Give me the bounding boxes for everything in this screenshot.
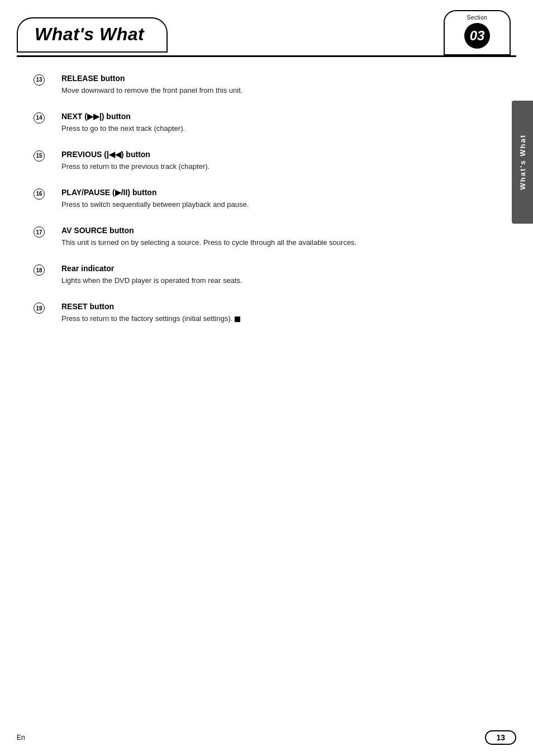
item-number-14: 14 xyxy=(34,112,61,124)
list-item: 17 AV SOURCE button This unit is turned … xyxy=(34,226,447,248)
header: What's What Section 03 xyxy=(0,0,533,55)
item-number-15: 15 xyxy=(34,150,61,162)
circle-num-14: 14 xyxy=(34,112,45,124)
footer-lang: En xyxy=(17,734,25,741)
item-content-17: AV SOURCE button This unit is turned on … xyxy=(61,226,447,248)
list-item: 14 NEXT (▶▶|) button Press to go to the … xyxy=(34,112,447,134)
circle-num-16: 16 xyxy=(34,188,45,200)
circle-num-19: 19 xyxy=(34,303,45,314)
list-item: 19 RESET button Press to return to the f… xyxy=(34,302,447,324)
list-item: 13 RELEASE button Move downward to remov… xyxy=(34,74,447,96)
item-content-15: PREVIOUS (|◀◀) button Press to return to… xyxy=(61,150,447,172)
item-desc-15: Press to return to the previous track (c… xyxy=(61,161,447,172)
section-number-badge: 03 xyxy=(464,23,490,49)
item-title-16: PLAY/PAUSE (▶/II) button xyxy=(61,188,447,197)
item-desc-18: Lights when the DVD player is operated f… xyxy=(61,275,447,286)
list-item: 15 PREVIOUS (|◀◀) button Press to return… xyxy=(34,150,447,172)
item-desc-19-text: Press to return to the factory settings … xyxy=(61,314,232,323)
item-content-13: RELEASE button Move downward to remove t… xyxy=(61,74,447,96)
stop-icon xyxy=(235,316,240,322)
list-item: 16 PLAY/PAUSE (▶/II) button Press to swi… xyxy=(34,188,447,210)
title-tab: What's What xyxy=(17,17,168,53)
circle-num-17: 17 xyxy=(34,226,45,238)
item-content-14: NEXT (▶▶|) button Press to go to the nex… xyxy=(61,112,447,134)
item-content-18: Rear indicator Lights when the DVD playe… xyxy=(61,264,447,286)
side-tab-text: What's What xyxy=(518,134,527,190)
item-desc-14: Press to go to the next track (chapter). xyxy=(61,123,447,134)
item-title-15: PREVIOUS (|◀◀) button xyxy=(61,150,447,159)
item-title-13: RELEASE button xyxy=(61,74,447,83)
item-desc-17: This unit is turned on by selecting a so… xyxy=(61,237,447,248)
list-item: 18 Rear indicator Lights when the DVD pl… xyxy=(34,264,447,286)
item-desc-16: Press to switch sequentially between pla… xyxy=(61,199,447,210)
item-content-16: PLAY/PAUSE (▶/II) button Press to switch… xyxy=(61,188,447,210)
item-title-17: AV SOURCE button xyxy=(61,226,447,235)
item-number-13: 13 xyxy=(34,74,61,86)
header-right: Section 03 xyxy=(168,10,516,55)
item-title-18: Rear indicator xyxy=(61,264,447,273)
item-number-17: 17 xyxy=(34,226,61,238)
circle-num-13: 13 xyxy=(34,74,45,86)
item-desc-13: Move downward to remove the front panel … xyxy=(61,85,447,96)
footer: En 13 xyxy=(0,730,533,745)
section-tab: Section 03 xyxy=(444,10,511,55)
page-container: What's What Section 03 What's What 13 RE… xyxy=(0,0,533,756)
circle-num-18: 18 xyxy=(34,264,45,276)
item-number-16: 16 xyxy=(34,188,61,200)
item-content-19: RESET button Press to return to the fact… xyxy=(61,302,447,324)
item-title-19: RESET button xyxy=(61,302,447,311)
main-content: 13 RELEASE button Move downward to remov… xyxy=(0,57,492,374)
item-number-19: 19 xyxy=(34,302,61,314)
side-tab: What's What xyxy=(512,101,533,224)
item-title-14: NEXT (▶▶|) button xyxy=(61,112,447,121)
item-desc-19: Press to return to the factory settings … xyxy=(61,313,447,324)
footer-page: 13 xyxy=(485,730,516,745)
circle-num-15: 15 xyxy=(34,150,45,162)
page-title: What's What xyxy=(35,24,144,45)
item-number-18: 18 xyxy=(34,264,61,276)
section-label: Section xyxy=(467,15,488,21)
